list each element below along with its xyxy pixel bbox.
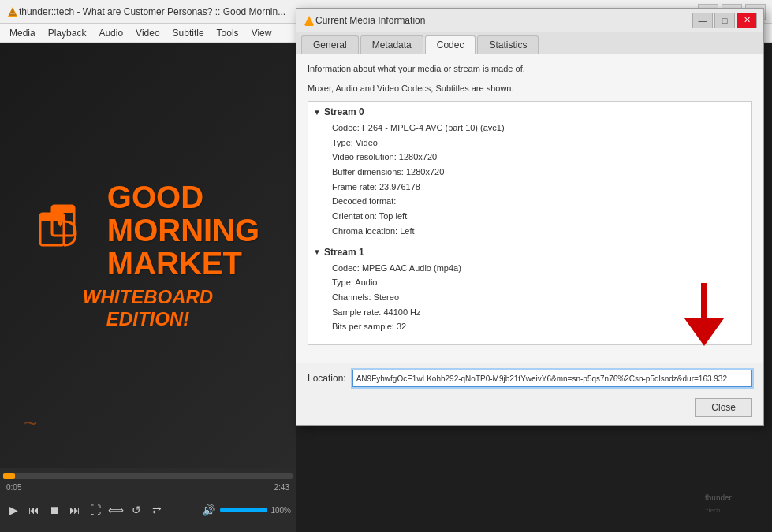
video-text-morning: MORNING [107,214,259,247]
loop-btn[interactable]: ↺ [128,501,145,519]
menu-view[interactable]: View [245,26,278,40]
vlc-playback-buttons: ▶ ⏮ ⏹ ⏭ ⛶ ⟺ ↺ ⇄ 🔊 100% [0,484,296,522]
menu-subtitle[interactable]: Subtitle [166,26,211,40]
dialog-tabs: General Metadata Codec Statistics [296,32,763,54]
svg-rect-4 [10,13,15,14]
mute-btn[interactable]: 🔊 [200,501,217,519]
dialog-maximize-btn[interactable]: □ [714,13,735,28]
stream-0-resolution: Video resolution: 1280x720 [332,150,747,165]
extend-btn[interactable]: ⟺ [107,501,125,519]
dialog-info-line1: Information about what your media or str… [308,62,752,76]
stream-0-buffer: Buffer dimensions: 1280x720 [332,165,747,180]
video-text-market: MARKET [107,247,259,280]
next-btn[interactable]: ⏭ [66,501,84,519]
dialog-location-bar: Location: [296,363,763,393]
menu-tools[interactable]: Tools [211,26,245,40]
stream-0-framerate: Frame rate: 23.976178 [332,180,747,195]
shuffle-btn[interactable]: ⇄ [148,501,166,519]
svg-text:::tech: ::tech [705,507,721,514]
dialog-info-line2: Muxer, Audio and Video Codecs, Subtitles… [308,82,752,95]
dialog-title: Current Media Information [315,15,692,26]
tab-metadata[interactable]: Metadata [360,35,423,54]
dialog-vlc-icon [303,14,315,27]
stream-0-decoded: Decoded format: [332,194,747,209]
menu-playback[interactable]: Playback [42,26,93,40]
location-input[interactable] [352,370,752,387]
vlc-video-area: ♥ GOOD MORNING MARKET WHITEBOARD EDITION… [0,43,296,468]
video-text-good: GOOD [107,180,259,214]
dialog-content: Information about what your media or str… [296,54,763,363]
stream-0-chroma: Chroma location: Left [332,224,747,239]
tab-general[interactable]: General [301,35,359,54]
dialog-footer: Close [296,393,763,425]
vlc-volume-fill [220,508,267,512]
red-arrow-icon [677,279,732,358]
svg-text:thunder: thunder [705,493,733,502]
stream-0-title: Stream 0 [324,106,364,117]
vlc-icon [6,6,19,18]
svg-rect-8 [52,206,74,213]
fullscreen-btn[interactable]: ⛶ [87,501,104,519]
stop-btn[interactable]: ⏹ [46,501,63,519]
stream-0-orientation: Orientation: Top left [332,209,747,224]
media-info-dialog: Current Media Information — □ ✕ General … [296,8,764,426]
stream-0-section: ▼ Stream 0 Codec: H264 - MPEG-4 AVC (par… [313,106,747,239]
bottom-watermark: thunder ::tech [701,477,764,524]
location-label: Location: [308,373,346,384]
vlc-volume-bar[interactable] [220,508,267,512]
stream-0-header: ▼ Stream 0 [313,106,747,117]
menu-audio[interactable]: Audio [92,26,129,40]
vlc-progress-bar[interactable]: 0:05 2:43 [3,473,293,479]
svg-marker-3 [9,8,17,16]
stream-0-arrow: ▼ [313,108,321,117]
svg-text:♥: ♥ [57,217,63,229]
menu-video[interactable]: Video [129,26,166,40]
stream-1-title: Stream 1 [324,247,364,258]
stream-1-codec: Codec: MPEG AAC Audio (mp4a) [332,261,747,276]
dialog-window-controls: — □ ✕ [692,13,757,28]
dialog-close-btn[interactable]: ✕ [737,13,757,28]
stream-1-header: ▼ Stream 1 [313,247,747,258]
video-content: ♥ GOOD MORNING MARKET WHITEBOARD EDITION… [0,43,296,468]
video-text-whiteboard: WHITEBOARD [83,286,213,308]
stream-0-type: Type: Video [332,136,747,151]
video-text-edition: EDITION! [83,308,213,330]
stream-0-props: Codec: H264 - MPEG-4 AVC (part 10) (avc1… [313,121,747,239]
stream-0-codec: Codec: H264 - MPEG-4 AVC (part 10) (avc1… [332,121,747,136]
play-pause-btn[interactable]: ▶ [5,501,22,519]
vlc-time-left: 0:05 [6,483,21,492]
svg-rect-14 [305,24,313,26]
menu-media[interactable]: Media [3,26,42,40]
dialog-minimize-btn[interactable]: — [692,13,713,28]
vlc-volume-control: 🔊 100% [200,501,291,519]
svg-rect-2 [9,16,17,17]
vlc-time-right: 2:43 [274,483,289,492]
tab-statistics[interactable]: Statistics [477,35,539,54]
tab-codec[interactable]: Codec [425,35,476,54]
vlc-progress-fill [3,473,15,479]
dialog-titlebar: Current Media Information — □ ✕ [296,9,763,32]
prev-btn[interactable]: ⏮ [25,501,43,519]
stream-1-arrow: ▼ [313,247,321,256]
vlc-volume-label: 100% [270,506,291,515]
svg-marker-16 [684,318,724,346]
vlc-controls: 0:05 2:43 ▶ ⏮ ⏹ ⏭ ⛶ ⟺ ↺ ⇄ 🔊 100% [0,468,296,532]
dialog-close-button[interactable]: Close [695,398,752,417]
svg-rect-13 [307,22,311,24]
